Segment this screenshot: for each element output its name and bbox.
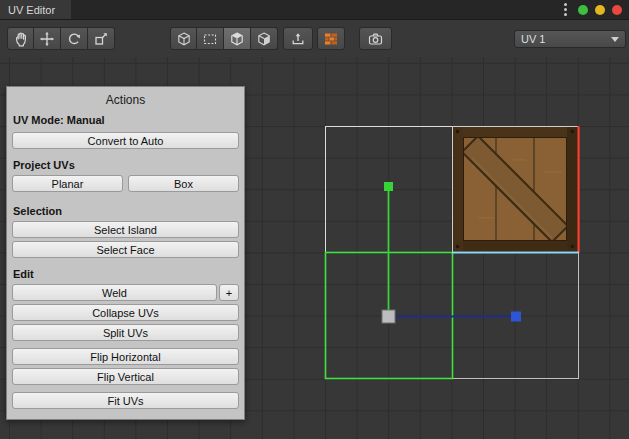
rotate-tool-button[interactable] <box>61 27 88 50</box>
window-dot-red[interactable] <box>612 5 622 15</box>
actions-panel-title: Actions <box>12 93 239 107</box>
apply-uv-button[interactable] <box>283 27 313 50</box>
camera-icon <box>367 31 384 47</box>
select-island-button[interactable]: Select Island <box>12 221 239 238</box>
window-dot-yellow[interactable] <box>595 5 605 15</box>
texture-bricks-icon <box>323 31 339 47</box>
tool-button-group <box>7 27 115 50</box>
scale-icon <box>93 31 109 47</box>
cube-shaded-icon <box>256 31 272 47</box>
select-mode-group <box>170 27 278 50</box>
pan-tool-button[interactable] <box>7 27 34 50</box>
selection-label: Selection <box>13 205 238 217</box>
convert-to-auto-button[interactable]: Convert to Auto <box>12 132 239 149</box>
actions-panel: Actions UV Mode: Manual Convert to Auto … <box>6 86 245 420</box>
cube-face-icon <box>229 31 245 47</box>
cube-icon <box>176 31 192 47</box>
weld-settings-button[interactable]: + <box>219 284 239 301</box>
weld-button[interactable]: Weld <box>12 284 217 301</box>
tab-uv-editor[interactable]: UV Editor <box>0 0 71 19</box>
toolbar: UV 1 <box>0 19 629 57</box>
scale-tool-button[interactable] <box>88 27 115 50</box>
select-face-button[interactable]: Select Face <box>12 241 239 258</box>
uv-channel-value: UV 1 <box>521 33 545 45</box>
move-tool-button[interactable] <box>34 27 61 50</box>
fit-uvs-button[interactable]: Fit UVs <box>12 392 239 409</box>
uv-mode-label: UV Mode: Manual <box>13 114 238 126</box>
rotate-icon <box>66 31 82 47</box>
edit-label: Edit <box>13 268 238 280</box>
upload-tray-icon <box>290 31 306 47</box>
face-mode-button[interactable] <box>224 27 251 50</box>
flip-vertical-button[interactable]: Flip Vertical <box>12 368 239 385</box>
titlebar: UV Editor <box>0 0 629 20</box>
uv-editor-window: UV Editor <box>0 0 629 439</box>
object-mode-button[interactable] <box>170 27 197 50</box>
marquee-select-button[interactable] <box>197 27 224 50</box>
chevron-down-icon <box>611 37 619 42</box>
collapse-uvs-button[interactable]: Collapse UVs <box>12 304 239 321</box>
texture-preview-button[interactable] <box>317 27 345 50</box>
split-uvs-button[interactable]: Split UVs <box>12 324 239 341</box>
window-dot-green[interactable] <box>578 5 588 15</box>
marquee-rect-icon <box>202 31 218 47</box>
flip-horizontal-button[interactable]: Flip Horizontal <box>12 348 239 365</box>
box-button[interactable]: Box <box>128 175 239 192</box>
uv-channel-dropdown[interactable]: UV 1 <box>514 30 626 48</box>
kebab-menu-icon[interactable] <box>564 3 567 16</box>
planar-button[interactable]: Planar <box>12 175 123 192</box>
project-uvs-label: Project UVs <box>13 159 238 171</box>
tab-label: UV Editor <box>8 4 55 16</box>
move-arrows-icon <box>39 31 55 47</box>
element-mode-button[interactable] <box>251 27 278 50</box>
pan-hand-icon <box>13 31 29 47</box>
render-uv-template-button[interactable] <box>359 27 392 50</box>
titlebar-controls <box>564 0 629 19</box>
